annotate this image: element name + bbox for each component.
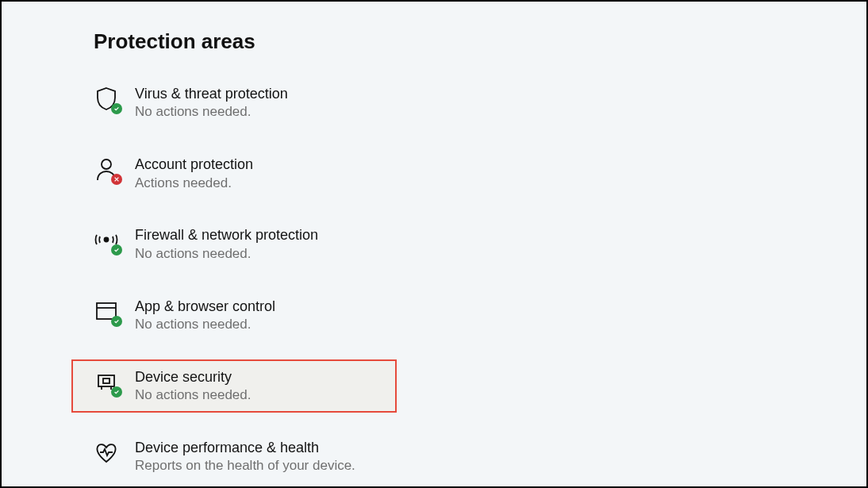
area-virus-threat-protection[interactable]: Virus & threat protection No actions nee… bbox=[94, 76, 419, 129]
area-title: Account protection bbox=[135, 155, 253, 174]
area-subtitle: No actions needed. bbox=[135, 386, 252, 405]
area-account-protection[interactable]: Account protection Actions needed. bbox=[94, 147, 419, 200]
area-title: Virus & threat protection bbox=[135, 84, 288, 103]
area-title: Device security bbox=[135, 367, 252, 386]
status-ok-badge-icon bbox=[111, 386, 122, 398]
status-ok-badge-icon bbox=[111, 244, 122, 256]
app-window-icon bbox=[94, 298, 119, 324]
person-icon bbox=[94, 156, 119, 182]
status-ok-badge-icon bbox=[111, 103, 122, 114]
area-subtitle: No actions needed. bbox=[135, 245, 318, 263]
heart-pulse-icon bbox=[94, 440, 119, 465]
area-device-security[interactable]: Device security No actions needed. bbox=[71, 359, 397, 413]
svg-rect-4 bbox=[98, 375, 114, 386]
area-app-browser-control[interactable]: App & browser control No actions needed. bbox=[94, 289, 419, 342]
area-device-performance-health[interactable]: Device performance & health Reports on t… bbox=[94, 430, 419, 483]
network-signal-icon bbox=[94, 227, 119, 252]
area-subtitle: Reports on the health of your device. bbox=[135, 457, 355, 475]
area-title: App & browser control bbox=[135, 297, 275, 316]
area-title: Firewall & network protection bbox=[135, 225, 318, 244]
area-firewall-network-protection[interactable]: Firewall & network protection No actions… bbox=[94, 217, 419, 271]
shield-icon bbox=[94, 86, 119, 111]
device-chip-icon bbox=[94, 369, 119, 394]
svg-rect-5 bbox=[103, 378, 109, 383]
protection-areas-heading: Protection areas bbox=[94, 29, 866, 54]
status-error-badge-icon bbox=[111, 174, 122, 185]
status-ok-badge-icon bbox=[111, 316, 122, 327]
area-subtitle: Actions needed. bbox=[135, 175, 253, 193]
protection-areas-list: Virus & threat protection No actions nee… bbox=[94, 76, 866, 488]
area-title: Device performance & health bbox=[135, 438, 355, 457]
svg-point-0 bbox=[102, 159, 111, 169]
area-subtitle: No actions needed. bbox=[135, 316, 275, 334]
svg-point-1 bbox=[105, 238, 109, 242]
area-subtitle: No actions needed. bbox=[135, 103, 288, 121]
